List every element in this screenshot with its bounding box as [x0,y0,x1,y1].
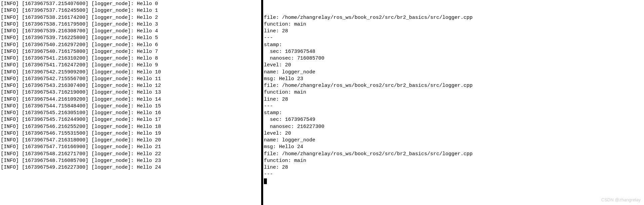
log-line: [INFO] [1673967544.216109200] [logger_no… [1,96,261,103]
log-line: [INFO] [1673967548.716085700] [logger_no… [1,158,261,164]
log-line: [INFO] [1673967542.215909200] [logger_no… [1,69,261,76]
log-line: name: logger_node [264,69,644,76]
log-line: [INFO] [1673967544.715848400] [logger_no… [1,103,261,110]
log-line: [INFO] [1673967543.216307400] [logger_no… [1,82,261,89]
log-line: [INFO] [1673967540.716175800] [logger_no… [1,48,261,55]
log-line: [INFO] [1673967542.715556700] [logger_no… [1,76,261,82]
log-line: line: 28 [264,96,644,103]
log-line: function: main [264,158,644,164]
log-line: [INFO] [1673967546.216255200] [logger_no… [1,124,261,130]
log-line: function: main [264,21,644,28]
log-line: stamp: [264,110,644,116]
log-line: [INFO] [1673967541.716247200] [logger_no… [1,62,261,69]
cursor-icon [264,178,267,184]
log-line: stamp: [264,42,644,48]
log-line: level: 20 [264,130,644,137]
log-line: [INFO] [1673967537.716245500] [logger_no… [1,7,261,14]
right-terminal[interactable]: file: /home/zhangrelay/ros_ws/book_ros2/… [263,0,644,205]
log-line: file: /home/zhangrelay/ros_ws/book_ros2/… [264,151,644,158]
log-line: [INFO] [1673967545.716244900] [logger_no… [1,116,261,123]
log-line: msg: Hello 24 [264,144,644,150]
log-line: line: 28 [264,164,644,171]
log-line: [INFO] [1673967537.215407600] [logger_no… [1,1,261,7]
log-line: name: logger_node [264,137,644,144]
log-line: level: 20 [264,62,644,69]
log-line: --- [264,171,644,178]
log-line: file: /home/zhangrelay/ros_ws/book_ros2/… [264,14,644,21]
log-line: [INFO] [1673967547.716166900] [logger_no… [1,144,261,150]
log-line: [INFO] [1673967546.715531500] [logger_no… [1,130,261,137]
log-line: [INFO] [1673967540.216297200] [logger_no… [1,42,261,48]
log-line: [INFO] [1673967547.216318000] [logger_no… [1,137,261,144]
log-line: [INFO] [1673967541.216310200] [logger_no… [1,55,261,62]
log-line: --- [264,103,644,110]
log-line: nanosec: 216227300 [264,124,644,130]
log-line: msg: Hello 23 [264,76,644,82]
log-line: [INFO] [1673967538.216174200] [logger_no… [1,14,261,21]
log-line: sec: 1673967548 [264,48,644,55]
log-line: --- [264,35,644,41]
log-line: [INFO] [1673967539.216308700] [logger_no… [1,28,261,35]
log-line: line: 28 [264,28,644,35]
log-line: [INFO] [1673967543.716219000] [logger_no… [1,89,261,96]
log-line: file: /home/zhangrelay/ros_ws/book_ros2/… [264,82,644,89]
log-line: nanosec: 716085700 [264,55,644,62]
watermark-text: CSDN @zhangrelay [601,197,641,203]
log-line: [INFO] [1673967549.216227300] [logger_no… [1,164,261,171]
log-line: [INFO] [1673967539.716225800] [logger_no… [1,35,261,41]
cursor-line [264,178,644,185]
log-line: sec: 1673967549 [264,116,644,123]
log-line: function: main [264,89,644,96]
log-line: [INFO] [1673967538.716179500] [logger_no… [1,21,261,28]
left-terminal[interactable]: [INFO] [1673967537.215407600] [logger_no… [0,0,263,205]
log-line: [INFO] [1673967548.216271700] [logger_no… [1,151,261,158]
log-line: [INFO] [1673967545.216305100] [logger_no… [1,110,261,116]
